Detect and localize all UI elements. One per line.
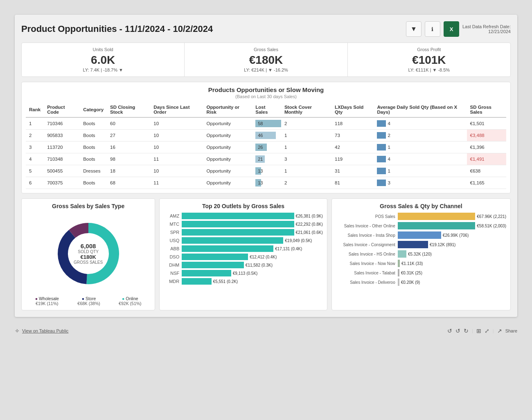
bar-outlet-value: €12,412 (0.4K)	[250, 255, 277, 259]
donut-segment	[86, 223, 119, 284]
excel-button[interactable]: X	[444, 21, 459, 37]
bottom-charts-row: Gross Sales by Sales Type 6,008 SOLD QTY…	[21, 198, 511, 310]
cell-category: Boots	[80, 177, 107, 189]
channel-bar-value: €19.12K (891)	[430, 243, 455, 247]
products-subtitle: (Based on Last 30 days Sales)	[26, 94, 506, 99]
table-row: 3 113720 Boots 16 10 Opportunity 26 1 42…	[26, 141, 506, 153]
channel-bar-value: €5.32K (120)	[408, 252, 432, 256]
list-item: MTC €22,292 (0.8K)	[164, 221, 323, 227]
channel-bars: POS Sales €67.96K (2,221) Sales Invoice …	[336, 213, 506, 286]
donut-legend-wholesale: ● Wholesale€19K (11%)	[35, 296, 59, 306]
cell-category: Boots	[80, 141, 107, 153]
cell-rank: 3	[26, 141, 44, 153]
cell-product-code: 700375	[44, 177, 80, 189]
col-lx-sold: LXDays Sold Qty	[331, 102, 374, 117]
channel-bar-value: €1.11K (33)	[401, 261, 423, 266]
channel-bar-fill	[398, 231, 441, 239]
list-item: DSO €12,412 (0.4K)	[164, 254, 323, 260]
cell-sd-gross: €638	[467, 165, 506, 177]
channel-bar-value: €26.99K (706)	[443, 233, 469, 238]
cell-category: Dresses	[80, 165, 107, 177]
list-item: AMZ €26,381 (0.9K)	[164, 213, 323, 219]
cell-sd-closing: 18	[107, 165, 150, 177]
cell-product-code: 710348	[44, 153, 80, 165]
kpi-profit-label: Gross Profit	[348, 47, 510, 52]
bar-fill	[182, 229, 294, 236]
kpi-gross-profit: Gross Profit €101K LY: €111K | ▼ -8.5%	[348, 43, 510, 76]
col-days-since: Days Since Last Order	[150, 102, 203, 117]
cell-days-since: 11	[150, 177, 203, 189]
donut-svg	[47, 213, 129, 294]
bar-fill	[182, 262, 244, 268]
cell-sd-closing: 68	[107, 177, 150, 189]
refresh-info: Last Data Refresh Date: 12/21/2024	[462, 24, 511, 34]
undo2-icon[interactable]: ↺	[455, 328, 460, 334]
share-icon[interactable]: ↗	[497, 328, 502, 334]
layout-icon[interactable]: ⊞	[476, 328, 481, 334]
cell-opp-risk: Opportunity	[203, 153, 252, 165]
donut-legend-store: ● Store€68K (38%)	[77, 296, 100, 306]
channel-bar-fill	[398, 222, 476, 229]
cell-product-code: 905833	[44, 130, 80, 141]
donut-legend-online: ● Online€92K (51%)	[119, 296, 141, 306]
channel-row: Sales Invoice - Now Now €1.11K (33)	[336, 260, 506, 267]
footer-right: ↺ ↺ ↻ | ⊞ ⤢ | ↗ Share	[447, 328, 517, 334]
share-label[interactable]: Share	[505, 328, 517, 333]
cell-sd-closing: 27	[107, 130, 150, 141]
cell-avg-daily: 1	[374, 165, 467, 177]
channel-bar-fill	[398, 279, 399, 286]
filter-button[interactable]: ▼	[406, 21, 422, 37]
products-table: Rank Product Code Category SD Closing St…	[26, 102, 506, 189]
cell-opp-risk: Opportunity	[203, 117, 252, 130]
footer-left: ✧ View on Tableau Public	[15, 328, 68, 334]
cell-product-code: 710346	[44, 117, 80, 130]
cell-opp-risk: Opportunity	[203, 141, 252, 153]
cell-rank: 6	[26, 177, 44, 189]
list-item: NSF €9,113 (0.5K)	[164, 270, 323, 276]
table-row: 2 905833 Boots 27 10 Opportunity 46 1 73…	[26, 130, 506, 141]
cell-stock-cover: 1	[281, 130, 331, 141]
channel-row: Sales Invoice - Consignment €19.12K (891…	[336, 241, 506, 248]
col-stock-cover: Stock Cover Monthly	[281, 102, 331, 117]
list-item: USQ €19,049 (0.5K)	[164, 237, 323, 244]
bar-fill	[182, 213, 294, 219]
bar-outlet-label: MDR	[164, 279, 179, 284]
cell-lost-sales: 13	[252, 165, 281, 177]
channel-label: Sales Invoice - Insta Shop	[336, 233, 395, 238]
channel-bar-value: €0.20K (9)	[401, 280, 420, 285]
cell-avg-daily: 3	[374, 177, 467, 189]
list-item: SPR €21,061 (0.6K)	[164, 229, 323, 236]
channel-bar-value: €0.31K (25)	[401, 271, 422, 275]
cell-lx-sold: 119	[331, 153, 374, 165]
cell-stock-cover: 2	[281, 177, 331, 189]
cell-days-since: 10	[150, 130, 203, 141]
bar-outlet-value: €22,292 (0.8K)	[296, 222, 323, 227]
kpi-profit-sub: LY: €111K | ▼ -8.5%	[348, 67, 510, 72]
list-item: MDR €5,551 (0.2K)	[164, 278, 323, 285]
cell-stock-cover: 2	[281, 117, 331, 130]
bar-outlet-value: €11,582 (0.3K)	[246, 263, 273, 267]
top20-bars: AMZ €26,381 (0.9K) MTC €22,292 (0.8K) SP…	[164, 213, 323, 285]
undo-icon[interactable]: ↺	[447, 328, 452, 334]
redo-icon[interactable]: ↻	[464, 328, 469, 334]
kpi-units-sold: Units Sold 6.0K LY: 7.4K | -18.7% ▼	[22, 43, 185, 76]
donut-legend: ● Wholesale€19K (11%) ● Store€68K (38%) …	[26, 296, 151, 306]
cell-stock-cover: 3	[281, 153, 331, 165]
cell-lx-sold: 81	[331, 177, 374, 189]
col-product-code: Product Code	[44, 102, 80, 117]
bar-outlet-label: MTC	[164, 222, 179, 227]
cell-lost-sales: 13	[252, 177, 281, 189]
info-button[interactable]: ℹ	[425, 21, 440, 37]
expand-icon[interactable]: ⤢	[485, 328, 489, 334]
cell-category: Boots	[80, 117, 107, 130]
tableau-link[interactable]: View on Tableau Public	[22, 328, 68, 333]
kpi-units-label: Units Sold	[22, 47, 184, 52]
channel-label: POS Sales	[336, 214, 395, 219]
tableau-icon: ✧	[15, 328, 20, 334]
kpi-gross-label: Gross Sales	[185, 47, 347, 52]
channel-label: Sales Invoice - Talabat	[336, 271, 395, 275]
channel-bar-fill	[398, 260, 400, 267]
table-row: 1 710346 Boots 60 10 Opportunity 58 2 11…	[26, 117, 506, 130]
cell-lx-sold: 42	[331, 141, 374, 153]
channel-bar-fill	[398, 213, 476, 220]
